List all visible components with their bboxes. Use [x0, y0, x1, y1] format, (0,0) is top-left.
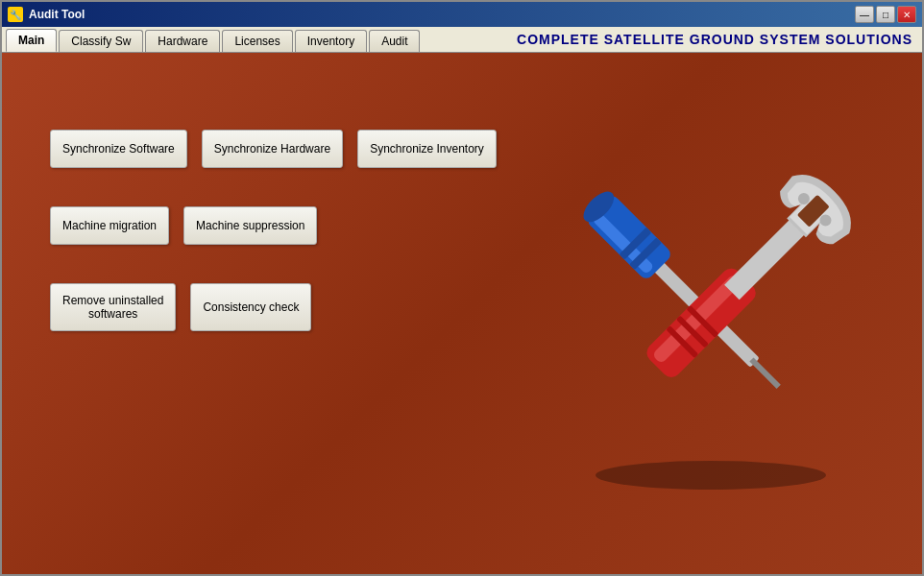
maximize-button[interactable]: □: [876, 6, 895, 23]
tab-inventory[interactable]: Inventory: [295, 30, 367, 52]
minimize-button[interactable]: —: [855, 6, 874, 23]
tab-audit[interactable]: Audit: [369, 30, 420, 52]
tab-licenses[interactable]: Licenses: [222, 30, 292, 52]
button-row-2: Machine migration Machine suppression: [50, 206, 497, 245]
machine-migration-button[interactable]: Machine migration: [50, 206, 169, 245]
titlebar-title: 🔧 Audit Tool: [8, 7, 85, 22]
action-buttons-area: Synchronize Software Synchronize Hardwar…: [50, 130, 497, 331]
main-content-area: Synchronize Software Synchronize Hardwar…: [2, 53, 922, 574]
app-icon: 🔧: [8, 7, 23, 22]
sync-hardware-button[interactable]: Synchronize Hardware: [202, 130, 343, 168]
remove-uninstalled-button[interactable]: Remove uninstalled softwares: [50, 283, 176, 331]
button-row-1: Synchronize Software Synchronize Hardwar…: [50, 130, 497, 168]
tab-bar: Main Classify Sw Hardware Licenses Inven…: [2, 27, 922, 53]
main-window: 🔧 Audit Tool — □ ✕ Main Classify Sw Hard…: [0, 0, 924, 576]
window-controls: — □ ✕: [855, 6, 916, 23]
close-button[interactable]: ✕: [897, 6, 916, 23]
tab-classify-sw[interactable]: Classify Sw: [59, 30, 143, 52]
consistency-check-button[interactable]: Consistency check: [190, 283, 311, 331]
svg-point-0: [596, 461, 826, 490]
sync-inventory-button[interactable]: Synchronize Inventory: [357, 130, 497, 168]
app-title: Audit Tool: [29, 8, 85, 21]
svg-rect-2: [749, 357, 781, 389]
sync-software-button[interactable]: Synchronize Software: [50, 130, 187, 168]
titlebar: 🔧 Audit Tool — □ ✕: [2, 2, 922, 27]
svg-rect-13: [724, 217, 807, 300]
tools-illustration: [557, 130, 864, 494]
button-row-3: Remove uninstalled softwares Consistency…: [50, 283, 497, 331]
app-header-title: COMPLETE SATELLITE GROUND SYSTEM SOLUTIO…: [517, 32, 912, 47]
machine-suppression-button[interactable]: Machine suppression: [183, 206, 317, 245]
tab-main[interactable]: Main: [6, 29, 57, 52]
tab-hardware[interactable]: Hardware: [145, 30, 220, 52]
